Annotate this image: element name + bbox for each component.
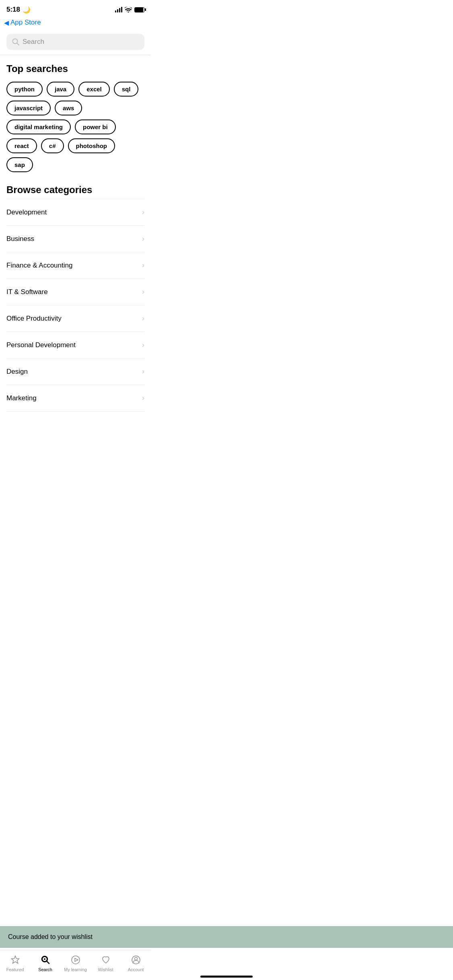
tags-container: pythonjavaexcelsqljavascriptawsdigital m… xyxy=(6,82,144,172)
chevron-right-icon: › xyxy=(142,367,144,376)
category-item[interactable]: Business › xyxy=(6,226,144,252)
search-icon xyxy=(12,38,19,45)
status-bar: 5:18 🌙 xyxy=(0,0,151,17)
category-item[interactable]: Development › xyxy=(6,199,144,226)
search-tag[interactable]: aws xyxy=(55,101,82,115)
top-searches-title: Top searches xyxy=(6,63,144,74)
app-store-back[interactable]: ◀ App Store xyxy=(0,17,151,31)
category-name: Finance & Accounting xyxy=(6,261,72,270)
search-tag[interactable]: python xyxy=(6,82,43,97)
top-searches-section: Top searches pythonjavaexcelsqljavascrip… xyxy=(6,63,144,172)
search-tag[interactable]: java xyxy=(47,82,74,97)
status-time: 5:18 xyxy=(6,6,20,14)
signal-bars xyxy=(115,7,122,12)
category-item[interactable]: Office Productivity › xyxy=(6,305,144,332)
chevron-right-icon: › xyxy=(142,314,144,323)
search-tag[interactable]: photoshop xyxy=(68,138,115,153)
category-list: Development › Business › Finance & Accou… xyxy=(6,199,144,412)
search-bar[interactable]: Search xyxy=(6,34,144,50)
chevron-right-icon: › xyxy=(142,341,144,349)
category-item[interactable]: Marketing › xyxy=(6,385,144,412)
search-tag[interactable]: javascript xyxy=(6,101,51,115)
category-name: IT & Software xyxy=(6,288,48,296)
chevron-right-icon: › xyxy=(142,394,144,402)
battery-icon xyxy=(134,7,144,12)
status-icons xyxy=(115,7,144,12)
category-name: Personal Development xyxy=(6,341,76,349)
category-name: Office Productivity xyxy=(6,315,62,323)
wifi-icon xyxy=(125,7,132,12)
svg-line-1 xyxy=(17,43,19,45)
search-placeholder: Search xyxy=(23,38,44,46)
search-tag[interactable]: excel xyxy=(78,82,110,97)
search-tag[interactable]: digital marketing xyxy=(6,119,71,134)
category-item[interactable]: IT & Software › xyxy=(6,279,144,305)
back-arrow-icon: ◀ xyxy=(4,19,9,27)
search-tag[interactable]: sap xyxy=(6,157,33,172)
search-tag[interactable]: c# xyxy=(41,138,64,153)
chevron-right-icon: › xyxy=(142,261,144,270)
search-tag[interactable]: power bi xyxy=(75,119,116,134)
app-store-label: App Store xyxy=(10,19,41,27)
category-name: Development xyxy=(6,208,47,216)
chevron-right-icon: › xyxy=(142,288,144,296)
category-name: Design xyxy=(6,368,28,376)
search-tag[interactable]: sql xyxy=(114,82,139,97)
chevron-right-icon: › xyxy=(142,235,144,243)
chevron-right-icon: › xyxy=(142,208,144,216)
main-content: Top searches pythonjavaexcelsqljavascrip… xyxy=(0,55,151,412)
browse-categories-title: Browse categories xyxy=(6,184,144,196)
category-item[interactable]: Finance & Accounting › xyxy=(6,252,144,279)
category-item[interactable]: Design › xyxy=(6,358,144,385)
category-name: Marketing xyxy=(6,394,37,402)
category-item[interactable]: Personal Development › xyxy=(6,332,144,358)
moon-icon: 🌙 xyxy=(23,6,31,14)
category-name: Business xyxy=(6,235,34,243)
search-tag[interactable]: react xyxy=(6,138,37,153)
browse-categories-section: Browse categories Development › Business… xyxy=(6,184,144,412)
